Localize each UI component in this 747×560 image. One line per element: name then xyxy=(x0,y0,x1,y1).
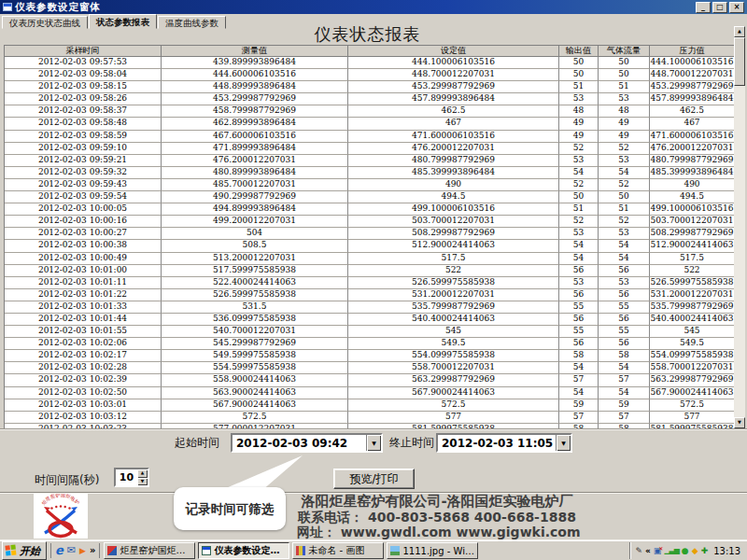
table-row[interactable]: 2012-02-03 10:02:06545.299987792969549.5… xyxy=(5,338,734,350)
close-button[interactable]: × xyxy=(729,2,744,13)
media-player-icon[interactable]: ▶ xyxy=(79,544,86,557)
mail-icon[interactable]: ✉ xyxy=(67,544,76,557)
table-cell: 549.599975585938 xyxy=(162,350,348,362)
preview-print-button[interactable]: 预览/打印 xyxy=(333,469,415,489)
table-row[interactable]: 2012-02-03 10:00:49513.200012207031517.5… xyxy=(5,253,734,265)
spin-down-icon[interactable]: ▼ xyxy=(137,478,148,486)
table-cell: 476.200012207031 xyxy=(162,155,348,167)
table-row[interactable]: 2012-02-03 09:59:54490.299987792969494.5… xyxy=(5,191,734,203)
spin-up-icon[interactable]: ▲ xyxy=(137,469,148,478)
table-cell: 522.400024414063 xyxy=(162,277,348,289)
table-row[interactable]: 2012-02-03 09:59:32480.899993896484485.3… xyxy=(5,167,734,179)
table-cell: 2012-02-03 10:02:28 xyxy=(5,362,162,374)
network-error-icon[interactable]: ▣ xyxy=(654,546,662,555)
table-cell: 2012-02-03 10:00:16 xyxy=(5,216,162,228)
antivirus-icon[interactable]: ● xyxy=(682,546,689,555)
scroll-down-icon[interactable]: ▼ xyxy=(734,417,745,428)
table-row[interactable]: 2012-02-03 09:58:59467.600006103516471.6… xyxy=(5,131,734,143)
scroll-up-icon[interactable]: ▲ xyxy=(734,26,745,37)
table-cell: 554.099975585938 xyxy=(348,350,559,362)
table-cell: 476.200012207031 xyxy=(348,143,559,155)
table-row[interactable]: 2012-02-03 10:01:55540.70001220703154555… xyxy=(5,326,734,338)
taskbar-button[interactable]: 炬星窑炉国炬电炉监... xyxy=(104,542,195,559)
table-row[interactable]: 2012-02-03 09:58:15448.899993896484453.2… xyxy=(5,81,734,93)
table-cell: 2012-02-03 10:01:22 xyxy=(5,289,162,301)
logo-arc-text: 炬星窑炉国炬电炉 xyxy=(40,494,80,506)
table-cell: 453.299987792969 xyxy=(348,81,559,93)
table-cell: 549.5 xyxy=(348,338,559,350)
collapse-chevron-icon[interactable]: « xyxy=(645,546,651,555)
table-cell: 2012-02-03 09:59:43 xyxy=(5,179,162,191)
table-row[interactable]: 2012-02-03 10:03:01567.900024414063572.5… xyxy=(5,399,734,412)
table-cell: 471.600006103516 xyxy=(348,131,559,143)
tab-状态参数报表[interactable]: 状态参数报表 xyxy=(89,14,157,29)
table-cell: 50 xyxy=(559,191,599,203)
table-cell: 54 xyxy=(559,167,599,179)
minimize-button[interactable]: _ xyxy=(696,2,711,13)
table-row[interactable]: 2012-02-03 10:00:05494.899993896484499.1… xyxy=(5,203,734,216)
table-cell: 50 xyxy=(559,57,599,69)
table-row[interactable]: 2012-02-03 10:01:11522.400024414063526.5… xyxy=(5,277,734,289)
table-row[interactable]: 2012-02-03 09:58:26453.299987792969457.8… xyxy=(5,93,734,105)
table-row[interactable]: 2012-02-03 10:01:44536.099975585938540.4… xyxy=(5,314,734,326)
table-cell: 57 xyxy=(559,374,599,386)
table-cell: 504 xyxy=(162,228,348,240)
table-row[interactable]: 2012-02-03 10:02:28554.599975585938558.7… xyxy=(5,362,734,374)
start-button[interactable]: 开始 xyxy=(2,541,47,560)
table-cell: 51 xyxy=(599,203,650,216)
taskbar-button[interactable]: 未命名 - 画图 xyxy=(292,542,384,559)
table-cell: 54 xyxy=(599,387,650,399)
shield-icon[interactable]: ◆ xyxy=(692,546,698,555)
table-cell: 535.799987792969 xyxy=(348,301,559,314)
table-row[interactable]: 2012-02-03 10:00:38508.5512.900024414063… xyxy=(5,240,734,252)
table-cell: 485.399993896484 xyxy=(650,167,734,179)
scrollbar-thumb[interactable] xyxy=(734,37,745,86)
table-cell: 490.299987792969 xyxy=(162,191,348,203)
table-cell: 577 xyxy=(650,412,734,424)
table-cell: 53 xyxy=(559,93,599,105)
table-row[interactable]: 2012-02-03 09:58:04444.600006103516448.7… xyxy=(5,69,734,81)
table-cell: 2012-02-03 10:01:11 xyxy=(5,277,162,289)
overflow-chevron-icon[interactable]: » xyxy=(90,544,95,557)
table-row[interactable]: 2012-02-03 10:00:27504508.29998779296953… xyxy=(5,228,734,240)
table-cell: 51 xyxy=(559,81,599,93)
ie-icon[interactable]: e xyxy=(55,544,63,557)
table-cell: 572.5 xyxy=(162,412,348,424)
table-cell: 49 xyxy=(599,131,650,143)
interval-value: 10 xyxy=(116,469,137,485)
end-time-combo[interactable]: 2012-02-03 11:05 ▼ xyxy=(436,433,572,453)
table-row[interactable]: 2012-02-03 10:03:12572.55775757577 xyxy=(5,412,734,424)
table-cell: 54 xyxy=(559,253,599,265)
table-row[interactable]: 2012-02-03 09:58:37458.799987792969462.5… xyxy=(5,105,734,118)
table-cell: 508.299987792969 xyxy=(650,228,734,240)
restore-button[interactable]: □ xyxy=(712,2,727,13)
table-scrollbar[interactable]: ▲ ▼ xyxy=(734,26,745,428)
table-row[interactable]: 2012-02-03 09:57:53439.899993896484444.1… xyxy=(5,57,734,69)
table-row[interactable]: 2012-02-03 09:58:48462.89999389648446749… xyxy=(5,118,734,130)
table-row[interactable]: 2012-02-03 10:01:33531.5535.799987792969… xyxy=(5,301,734,314)
table-row[interactable]: 2012-02-03 09:59:21476.200012207031480.7… xyxy=(5,155,734,167)
interval-spinner[interactable]: 10 ▲ ▼ xyxy=(114,468,149,487)
ime-pen-icon[interactable]: ✎ xyxy=(635,546,642,555)
company-info: 洛阳炬星窑炉有限公司-洛阳国炬实验电炉厂 联系电话： 400-803-5868 … xyxy=(297,493,577,539)
taskbar-button[interactable]: 仪表参数设定窗体 xyxy=(198,542,289,559)
table-cell: 2012-02-03 10:02:39 xyxy=(5,374,162,386)
table-row[interactable]: 2012-02-03 10:01:22526.599975585938531.2… xyxy=(5,289,734,301)
table-row[interactable]: 2012-02-03 10:00:16499.200012207031503.7… xyxy=(5,216,734,228)
taskbar-button-label: 未命名 - 画图 xyxy=(308,544,364,557)
company-name: 洛阳炬星窑炉有限公司-洛阳国炬实验电炉厂 xyxy=(297,493,577,510)
signal-bars-icon[interactable]: ▁▃▅ xyxy=(664,546,678,555)
dropdown-arrow-icon[interactable]: ▼ xyxy=(366,435,381,451)
table-row[interactable]: 2012-02-03 10:02:50563.900024414063567.9… xyxy=(5,387,734,399)
table-row[interactable]: 2012-02-03 09:59:10471.899993896484476.2… xyxy=(5,143,734,155)
titlebar[interactable]: 仪表参数设定窗体 _ □ × xyxy=(0,0,747,14)
taskbar-button[interactable]: 1111.jpg - Windows ... xyxy=(387,542,478,559)
table-cell: 2012-02-03 09:59:10 xyxy=(5,143,162,155)
table-row[interactable]: 2012-02-03 09:59:43485.70001220703149052… xyxy=(5,179,734,191)
table-row[interactable]: 2012-02-03 10:02:39558.900024414063563.2… xyxy=(5,374,734,386)
table-cell: 2012-02-03 10:03:12 xyxy=(5,412,162,424)
table-row[interactable]: 2012-02-03 10:02:17549.599975585938554.0… xyxy=(5,350,734,362)
table-row[interactable]: 2012-02-03 10:01:00517.59997558593852256… xyxy=(5,265,734,277)
dropdown-arrow-icon[interactable]: ▼ xyxy=(556,435,571,451)
update-icon[interactable]: ✚ xyxy=(701,546,709,555)
